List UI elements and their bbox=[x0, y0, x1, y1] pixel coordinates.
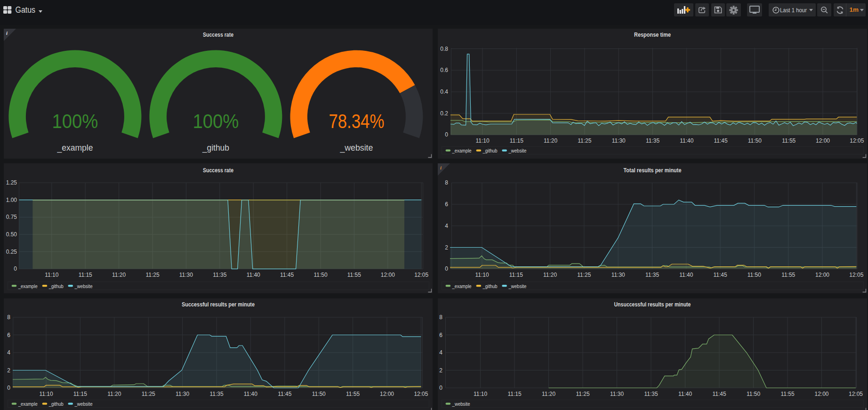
svg-text:11:15: 11:15 bbox=[510, 137, 523, 144]
svg-text:6: 6 bbox=[7, 332, 10, 338]
svg-text:11:25: 11:25 bbox=[142, 391, 155, 397]
svg-text:Response time: Response time bbox=[634, 31, 671, 38]
svg-text:11:10: 11:10 bbox=[474, 391, 487, 397]
svg-text:0: 0 bbox=[439, 385, 442, 391]
svg-text:4: 4 bbox=[439, 349, 442, 356]
svg-text:11:10: 11:10 bbox=[475, 137, 489, 144]
svg-text:11:15: 11:15 bbox=[79, 272, 92, 278]
svg-text:11:20: 11:20 bbox=[542, 391, 555, 397]
svg-text:78.34%: 78.34% bbox=[329, 110, 384, 132]
svg-text:11:15: 11:15 bbox=[509, 272, 523, 278]
svg-text:4: 4 bbox=[445, 223, 448, 229]
svg-text:11:45: 11:45 bbox=[278, 391, 291, 397]
svg-text:11:55: 11:55 bbox=[781, 272, 795, 278]
svg-text:12:05: 12:05 bbox=[414, 272, 428, 278]
svg-text:11:25: 11:25 bbox=[577, 272, 591, 278]
svg-text:0.2: 0.2 bbox=[440, 110, 448, 117]
svg-text:11:30: 11:30 bbox=[176, 391, 189, 397]
svg-text:0.6: 0.6 bbox=[440, 67, 448, 73]
svg-text:11:35: 11:35 bbox=[213, 272, 226, 278]
svg-text:1.00: 1.00 bbox=[6, 197, 17, 203]
svg-text:8: 8 bbox=[445, 179, 448, 186]
svg-text:11:50: 11:50 bbox=[747, 272, 761, 278]
svg-text:8: 8 bbox=[439, 314, 442, 321]
svg-text:1.25: 1.25 bbox=[6, 179, 17, 186]
svg-text:Total results per minute: Total results per minute bbox=[624, 167, 682, 174]
svg-text:0.4: 0.4 bbox=[440, 88, 448, 95]
svg-text:0: 0 bbox=[7, 385, 10, 391]
svg-text:12:05: 12:05 bbox=[849, 272, 863, 278]
svg-text:11:10: 11:10 bbox=[45, 272, 58, 278]
svg-text:11:50: 11:50 bbox=[313, 272, 327, 278]
svg-text:Gatus: Gatus bbox=[16, 5, 36, 15]
svg-text:12:05: 12:05 bbox=[414, 391, 428, 397]
svg-text:11:35: 11:35 bbox=[209, 391, 223, 397]
svg-text:6: 6 bbox=[445, 201, 448, 208]
svg-text:11:40: 11:40 bbox=[679, 272, 693, 278]
svg-text:0.75: 0.75 bbox=[6, 214, 17, 220]
svg-text:11:15: 11:15 bbox=[73, 391, 87, 397]
svg-text:0: 0 bbox=[445, 131, 448, 138]
svg-text:11:45: 11:45 bbox=[714, 137, 728, 144]
svg-text:11:50: 11:50 bbox=[747, 391, 760, 397]
svg-text:12:00: 12:00 bbox=[814, 391, 828, 397]
svg-text:11:30: 11:30 bbox=[611, 272, 625, 278]
svg-text:Successful results per minute: Successful results per minute bbox=[182, 301, 255, 308]
svg-text:11:15: 11:15 bbox=[507, 391, 521, 397]
svg-text:11:30: 11:30 bbox=[179, 272, 193, 278]
svg-text:12:00: 12:00 bbox=[815, 272, 829, 278]
svg-text:11:35: 11:35 bbox=[645, 272, 659, 278]
svg-text:11:55: 11:55 bbox=[347, 272, 361, 278]
svg-text:11:55: 11:55 bbox=[782, 137, 796, 144]
svg-text:Last 1 hour: Last 1 hour bbox=[780, 7, 807, 14]
svg-text:11:40: 11:40 bbox=[247, 272, 260, 278]
svg-text:0.25: 0.25 bbox=[6, 249, 17, 255]
svg-text:11:20: 11:20 bbox=[544, 137, 557, 144]
svg-text:12:00: 12:00 bbox=[380, 391, 394, 397]
svg-text:100%: 100% bbox=[193, 110, 239, 132]
svg-text:12:05: 12:05 bbox=[850, 137, 864, 144]
svg-text:11:45: 11:45 bbox=[280, 272, 294, 278]
svg-text:Success rate: Success rate bbox=[203, 167, 233, 174]
svg-text:0.8: 0.8 bbox=[440, 46, 448, 52]
svg-text:11:30: 11:30 bbox=[612, 137, 626, 144]
svg-text:_website: _website bbox=[339, 143, 373, 153]
svg-text:2: 2 bbox=[439, 367, 442, 374]
svg-text:0: 0 bbox=[445, 265, 448, 272]
svg-text:11:20: 11:20 bbox=[107, 391, 121, 397]
svg-text:11:20: 11:20 bbox=[112, 272, 126, 278]
svg-text:2: 2 bbox=[445, 244, 448, 251]
svg-text:11:20: 11:20 bbox=[543, 272, 557, 278]
svg-text:11:55: 11:55 bbox=[780, 391, 794, 397]
svg-text:Success rate: Success rate bbox=[203, 31, 233, 38]
svg-text:100%: 100% bbox=[52, 110, 98, 132]
svg-text:8: 8 bbox=[7, 314, 10, 321]
svg-text:0.50: 0.50 bbox=[6, 231, 17, 238]
svg-text:11:40: 11:40 bbox=[680, 137, 693, 144]
svg-text:_github: _github bbox=[202, 143, 229, 153]
svg-text:2: 2 bbox=[7, 367, 10, 374]
svg-text:11:35: 11:35 bbox=[646, 137, 659, 144]
svg-text:11:30: 11:30 bbox=[610, 391, 624, 397]
svg-text:11:25: 11:25 bbox=[576, 391, 589, 397]
svg-text:_example: _example bbox=[56, 143, 93, 153]
svg-text:4: 4 bbox=[7, 349, 10, 356]
svg-text:12:05: 12:05 bbox=[849, 391, 863, 397]
svg-text:12:00: 12:00 bbox=[816, 137, 830, 144]
svg-text:11:55: 11:55 bbox=[346, 391, 360, 397]
svg-text:11:40: 11:40 bbox=[244, 391, 257, 397]
svg-text:11:50: 11:50 bbox=[748, 137, 762, 144]
svg-text:11:25: 11:25 bbox=[578, 137, 591, 144]
svg-text:11:25: 11:25 bbox=[145, 272, 159, 278]
svg-text:11:40: 11:40 bbox=[678, 391, 692, 397]
svg-text:11:35: 11:35 bbox=[644, 391, 658, 397]
svg-text:11:10: 11:10 bbox=[475, 272, 489, 278]
svg-text:11:45: 11:45 bbox=[714, 272, 727, 278]
svg-text:11:45: 11:45 bbox=[712, 391, 726, 397]
svg-text:11:10: 11:10 bbox=[39, 391, 53, 397]
svg-text:11:50: 11:50 bbox=[312, 391, 326, 397]
svg-text:12:00: 12:00 bbox=[381, 272, 395, 278]
svg-text:6: 6 bbox=[439, 332, 442, 338]
svg-text:0: 0 bbox=[14, 265, 17, 272]
svg-text:Unsuccessful results per minut: Unsuccessful results per minute bbox=[614, 301, 691, 308]
